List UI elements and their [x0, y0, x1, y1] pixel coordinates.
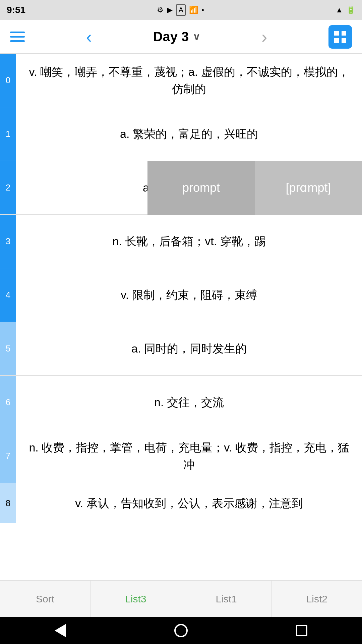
row-index-1: 1	[0, 107, 16, 161]
android-nav-bar	[0, 617, 362, 644]
bottom-tab-bar: Sort List3 List1 List2	[0, 580, 362, 617]
vocab-row-0[interactable]: 0 v. 嘲笑，嘲弄，不尊重，蔑视；a. 虚假的，不诚实的，模拟的，仿制的	[0, 54, 362, 107]
row-index-3: 3	[0, 215, 16, 268]
grid-icon	[332, 29, 348, 45]
dot-icon: •	[201, 6, 204, 14]
row-index-2: 2	[0, 161, 16, 214]
status-right: ▲ 🔋	[336, 6, 355, 14]
vocab-list: 0 v. 嘲笑，嘲弄，不尊重，蔑视；a. 虚假的，不诚实的，模拟的，仿制的 1 …	[0, 54, 362, 523]
svg-rect-3	[342, 38, 346, 43]
tab-sort[interactable]: Sort	[0, 581, 90, 617]
word-popup[interactable]: prompt [prɑmpt]	[147, 161, 362, 214]
vocab-row-4[interactable]: 4 v. 限制，约束，阻碍，束缚	[0, 268, 362, 322]
row-content-6: n. 交往，交流	[16, 376, 362, 429]
play-icon: ▶	[167, 6, 173, 14]
wifi-icon: 📶	[189, 6, 198, 14]
back-triangle-icon	[55, 624, 66, 637]
back-button[interactable]: ‹	[86, 27, 92, 47]
time-display: 9:51	[7, 5, 25, 15]
popup-phonetic-text: [prɑmpt]	[255, 161, 362, 215]
row-index-4: 4	[0, 268, 16, 322]
gear-icon: ⚙	[157, 6, 164, 14]
row-index-5: 5	[0, 322, 16, 375]
svg-rect-1	[342, 31, 346, 36]
vocab-row-8[interactable]: 8 v. 承认，告知收到，公认，表示感谢，注意到	[0, 483, 362, 523]
forward-button[interactable]: ›	[261, 27, 267, 47]
row-content-0: v. 嘲笑，嘲弄，不尊重，蔑视；a. 虚假的，不诚实的，模拟的，仿制的	[16, 54, 362, 107]
vocab-row-3[interactable]: 3 n. 长靴，后备箱；vt. 穿靴，踢	[0, 215, 362, 268]
popup-word-text: prompt	[147, 161, 255, 215]
vocab-row-1[interactable]: 1 a. 繁荣的，富足的，兴旺的	[0, 107, 362, 161]
status-bar: 9:51 ⚙ ▶ A 📶 • ▲ 🔋	[0, 0, 362, 20]
row-index-7: 7	[0, 429, 16, 483]
row-content-5: a. 同时的，同时发生的	[16, 322, 362, 375]
vocab-row-2[interactable]: 2 a. 迅速的，及时的 prompt [prɑmpt]	[0, 161, 362, 215]
svg-rect-0	[334, 31, 339, 36]
row-index-0: 0	[0, 54, 16, 107]
android-back-button[interactable]	[50, 621, 70, 641]
home-circle-icon	[174, 624, 188, 637]
row-index-6: 6	[0, 376, 16, 429]
grid-view-button[interactable]	[328, 25, 352, 49]
row-content-7: n. 收费，指控，掌管，电荷，充电量；v. 收费，指控，充电，猛冲	[16, 429, 362, 483]
nav-title[interactable]: Day 3 ∨	[153, 29, 200, 44]
row-content-1: a. 繁荣的，富足的，兴旺的	[16, 107, 362, 161]
android-home-button[interactable]	[171, 621, 191, 641]
tab-list1[interactable]: List1	[181, 581, 272, 617]
day-title: Day 3	[153, 29, 189, 44]
status-time: 9:51	[7, 5, 25, 15]
signal-icon: ▲	[336, 6, 343, 14]
recent-square-icon	[296, 625, 307, 636]
nav-bar: ‹ Day 3 ∨ ›	[0, 20, 362, 54]
hamburger-menu[interactable]	[10, 32, 25, 42]
vocab-row-5[interactable]: 5 a. 同时的，同时发生的	[0, 322, 362, 376]
row-content-3: n. 长靴，后备箱；vt. 穿靴，踢	[16, 215, 362, 268]
status-icons: ⚙ ▶ A 📶 •	[157, 4, 204, 16]
tab-list3[interactable]: List3	[90, 581, 181, 617]
svg-rect-2	[334, 38, 339, 43]
tab-list2[interactable]: List2	[272, 581, 362, 617]
row-index-8: 8	[0, 483, 16, 523]
chevron-down-icon: ∨	[193, 31, 200, 43]
battery-icon: 🔋	[346, 6, 355, 14]
vocab-row-7[interactable]: 7 n. 收费，指控，掌管，电荷，充电量；v. 收费，指控，充电，猛冲	[0, 429, 362, 483]
row-content-4: v. 限制，约束，阻碍，束缚	[16, 268, 362, 322]
vocab-row-6[interactable]: 6 n. 交往，交流	[0, 376, 362, 429]
a-icon: A	[176, 4, 186, 16]
row-content-8: v. 承认，告知收到，公认，表示感谢，注意到	[16, 483, 362, 523]
android-recent-button[interactable]	[292, 621, 312, 641]
